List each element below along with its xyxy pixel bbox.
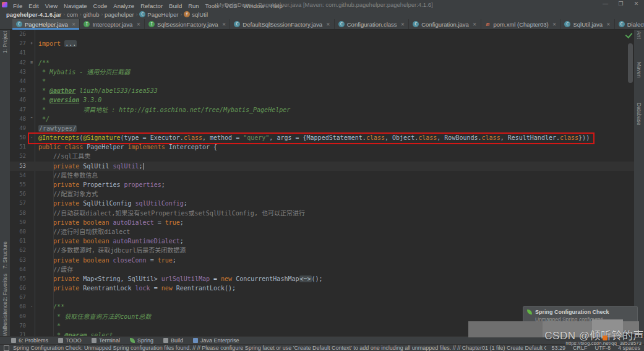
code-line-57[interactable]: 57 private SqlUtilConfig sqlUtilConfig; — [10, 199, 634, 208]
menu-build[interactable]: Build — [166, 2, 185, 9]
breadcrumb: pagehelper-4.1.6.jar›com›github›pagehelp… — [0, 11, 209, 18]
menu-refactor[interactable]: Refactor — [137, 2, 166, 9]
breadcrumb-item-pagehelper[interactable]: pagehelper — [105, 11, 134, 18]
code-token — [38, 275, 53, 282]
toolwindow-button-spring[interactable]: Spring — [130, 337, 153, 344]
code-line-61[interactable]: 61 private boolean autoRuntimeDialect; — [10, 236, 634, 246]
toolwindow-button-todo[interactable]: TODO — [58, 337, 82, 344]
toolwindow-button-build[interactable]: Build — [163, 337, 183, 344]
code-line-49[interactable]: 49/rawtypes/ — [10, 124, 634, 133]
breadcrumb-item-pagehelper[interactable]: CPageHelper — [139, 11, 178, 18]
code-line-66[interactable]: 66 private ReentrantLock lock = new Reen… — [10, 284, 634, 293]
inspection-ok-icon[interactable] — [625, 31, 633, 38]
close-icon[interactable]: ✕ — [401, 22, 405, 27]
code-line-58[interactable]: 58 //自动获取dialect,如果没有setProperties或setSq… — [10, 209, 634, 218]
close-icon[interactable]: ✕ — [473, 22, 477, 27]
tab-configuration-java[interactable]: CConfiguration.java✕ — [409, 19, 481, 29]
menu-edit[interactable]: Edit — [25, 2, 41, 9]
stripe-button-1-project[interactable]: 1: Project — [2, 31, 8, 53]
code-text: /rawtypes/ — [35, 124, 77, 133]
close-icon[interactable]: ✕ — [136, 22, 140, 27]
toolwindow-label: 6: Problems — [19, 337, 48, 344]
status-message[interactable]: Spring Configuration Check: Unmapped Spr… — [13, 345, 546, 351]
code-line-55[interactable]: 55 private Properties properties; — [10, 180, 634, 189]
code-line-52[interactable]: 52 //sql工具类 — [10, 152, 634, 161]
menu-view[interactable]: View — [42, 2, 61, 9]
code-line-50[interactable]: 50-@Intercepts(@Signature(type = Executo… — [10, 133, 634, 142]
fold-marker-icon[interactable]: + — [28, 39, 35, 48]
code-token: ; — [180, 238, 184, 245]
minimize-button[interactable]: — — [598, 0, 613, 9]
stripe-button-ant[interactable]: Ant — [636, 31, 642, 39]
code-line-41[interactable]: 41 — [10, 48, 634, 58]
close-icon[interactable]: ✕ — [606, 22, 611, 27]
stripe-button-maven[interactable]: Maven — [636, 62, 642, 78]
stripe-button-web[interactable]: Web — [2, 326, 8, 336]
file-encoding[interactable]: UTF-8 — [595, 345, 611, 351]
code-text: * 项目地址 : http://git.oschina.net/free/Myb… — [35, 105, 290, 115]
tab-sqlutil-java[interactable]: CSqlUtil.java✕ — [560, 19, 614, 29]
toolwindow-button-java-enterprise[interactable]: Java Enterprise — [193, 337, 239, 344]
tab-pagehelper-java[interactable]: CPageHelper.java✕ — [12, 19, 80, 29]
tab-dialect-java[interactable]: CDialect.java✕ — [615, 19, 644, 29]
scrollbar-thumb[interactable] — [628, 43, 633, 83]
indent-size[interactable]: 4 spaces — [618, 345, 640, 351]
close-icon[interactable]: ✕ — [552, 22, 557, 27]
code-line-60[interactable]: 60 //运行时自动获取dialect — [10, 227, 634, 236]
fold-marker-icon[interactable]: - — [28, 302, 35, 311]
menu-navigate[interactable]: Navigate — [61, 2, 90, 9]
code-line-67[interactable]: 67 — [10, 293, 634, 302]
code-line-48[interactable]: 48^ */ — [10, 115, 634, 124]
code-editor[interactable]: 2627+import ...4142≡/**43 * Mybatis - 通用… — [10, 30, 634, 336]
breadcrumb-item-com[interactable]: com — [67, 11, 78, 18]
breadcrumb-item-sqlutil[interactable]: fsqlUtil — [184, 11, 208, 18]
fold-marker-icon[interactable]: ^ — [28, 115, 35, 124]
menu-analyze[interactable]: Analyze — [110, 2, 137, 9]
code-line-44[interactable]: 44 * — [10, 77, 634, 86]
close-icon[interactable]: ✕ — [326, 22, 330, 27]
tab-sqlsessionfactory-java[interactable]: ISqlSessionFactory.java✕ — [145, 19, 230, 29]
code-line-56[interactable]: 56 //配置对象方式 — [10, 189, 634, 199]
stripe-button-persistence[interactable]: Persistence — [2, 301, 8, 329]
menu-file[interactable]: File — [10, 2, 25, 9]
toolwindow-button-terminal[interactable]: Terminal — [92, 337, 120, 344]
close-icon[interactable]: ✕ — [72, 22, 76, 27]
code-line-64[interactable]: 64 //缓存 — [10, 265, 634, 274]
close-icon[interactable]: ✕ — [222, 22, 226, 27]
menu-code[interactable]: Code — [90, 2, 111, 9]
code-line-46[interactable]: 46 * @version 3.3.0 — [10, 95, 634, 105]
stripe-button-database[interactable]: Database — [636, 103, 642, 125]
code-text: * — [35, 77, 46, 86]
code-line-43[interactable]: 43 * Mybatis - 通用分页拦截器 — [10, 67, 634, 77]
fold-marker-icon[interactable]: - — [28, 133, 35, 142]
code-line-42[interactable]: 42≡/** — [10, 58, 634, 67]
code-line-47[interactable]: 47 * 项目地址 : http://git.oschina.net/free/… — [10, 105, 634, 115]
tab-interceptor-java[interactable]: IInterceptor.java✕ — [80, 19, 145, 29]
breadcrumb-item-github[interactable]: github — [84, 11, 100, 18]
code-line-45[interactable]: 45 * @author liuzh/abel533/isea533 — [10, 86, 634, 95]
close-button[interactable]: ✕ — [629, 0, 644, 9]
code-line-27[interactable]: 27+import ... — [10, 39, 634, 48]
stripe-button-2-favorites[interactable]: 2: Favorites — [2, 274, 8, 301]
maximize-button[interactable]: ❐ — [613, 0, 629, 9]
tab-defaultsqlsessionfactory-java[interactable]: CDefaultSqlSessionFactory.java✕ — [230, 19, 334, 29]
code-line-53[interactable]: 53 private SqlUtil sqlUtil; — [10, 162, 634, 171]
breadcrumb-item-pagehelper-4.1.6.jar[interactable]: pagehelper-4.1.6.jar — [6, 11, 61, 18]
tool-window-switcher-icon[interactable] — [4, 345, 9, 351]
editor-scrollbar[interactable] — [626, 30, 634, 336]
code-line-59[interactable]: 59 private boolean autoDialect = true; — [10, 218, 634, 227]
code-line-65[interactable]: 65 private Map<String, SqlUtil> urlSqlUt… — [10, 274, 634, 284]
code-line-26[interactable]: 26 — [10, 30, 634, 39]
tab-configuration-class[interactable]: CConfiguration.class✕ — [335, 19, 410, 29]
tab-pom-xml-chapter03-[interactable]: mpom.xml (Chapter03)✕ — [481, 19, 561, 29]
caret-position[interactable]: 53:29 — [551, 345, 565, 351]
code-line-63[interactable]: 63 private boolean closeConn = true; — [10, 256, 634, 265]
toolwindow-button-6-problems[interactable]: 6: Problems — [11, 337, 48, 344]
stripe-button-7-structure[interactable]: 7: Structure — [2, 241, 8, 269]
code-line-54[interactable]: 54 //属性参数信息 — [10, 171, 634, 180]
line-separator[interactable]: CRLF — [573, 345, 588, 351]
fold-marker-icon[interactable]: ≡ — [28, 58, 35, 67]
code-line-51[interactable]: 51public class PageHelper implements Int… — [10, 142, 634, 152]
code-line-62[interactable]: 62 //多数据源时，获取jdbcurl后是否关闭数据源 — [10, 246, 634, 255]
menu-run[interactable]: Run — [185, 2, 202, 9]
